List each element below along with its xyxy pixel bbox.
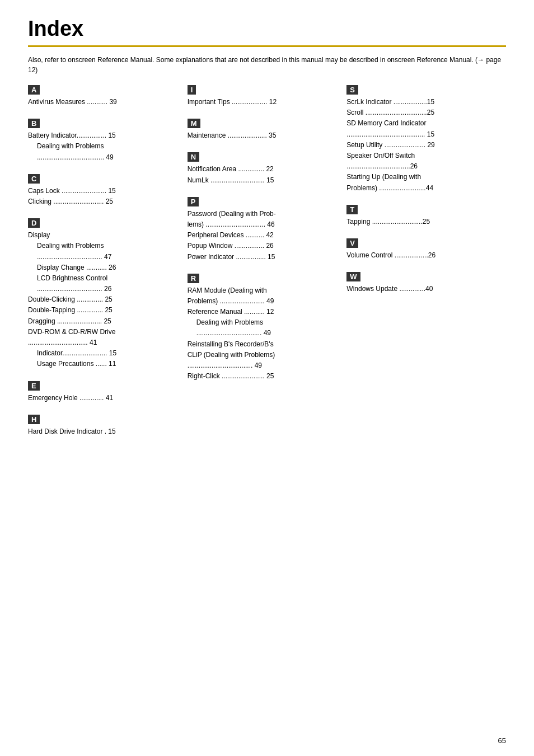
section-letter-i: I <box>188 85 196 95</box>
index-entry: Indicator........................ 15 <box>28 348 182 359</box>
section-c: CCaps Lock ........................ 15Cl… <box>28 168 182 207</box>
index-entry: Caps Lock ........................ 15 <box>28 186 182 196</box>
column-1: AAntivirus Measures ........... 39BBatte… <box>28 85 188 443</box>
section-letter-r: R <box>188 274 199 283</box>
section-b: BBattery Indicator................ 15Dea… <box>28 113 182 163</box>
section-letter-h: H <box>28 415 40 424</box>
index-entry: ................................... 26 <box>28 284 182 294</box>
section-letter-a: A <box>28 85 40 95</box>
index-entry: Usage Precautions ...... 11 <box>28 359 182 369</box>
index-entry: Display Change ........... 26 <box>28 262 182 273</box>
index-entry: Reinstalling B's Recorder/B's <box>188 339 341 350</box>
section-letter-p: P <box>188 197 199 206</box>
index-entry: Starting Up (Dealing with <box>346 172 500 182</box>
index-entry: DVD-ROM & CD-R/RW Drive <box>28 327 182 337</box>
section-letter-e: E <box>28 381 40 391</box>
section-letter-s: S <box>346 85 358 95</box>
index-entry: Tapping ...........................25 <box>346 217 500 227</box>
index-entry: Notification Area .............. 22 <box>188 164 341 175</box>
index-entry: lems) ................................ 4… <box>188 219 341 230</box>
index-entry: Dealing with Problems <box>28 241 182 251</box>
index-entry: ................................... 49 <box>188 328 341 339</box>
section-letter-v: V <box>346 238 358 248</box>
index-entry: Clicking ........................... 25 <box>28 196 182 207</box>
index-entry: RAM Module (Dealing with <box>188 285 341 296</box>
section-d: DDisplayDealing with Problems...........… <box>28 213 182 369</box>
section-i: IImportant Tips ................... 12 <box>188 85 341 107</box>
index-entry: Problems) ........................ 49 <box>188 296 341 307</box>
section-letter-c: C <box>28 174 40 184</box>
page-footer: 65 <box>498 736 506 745</box>
section-letter-t: T <box>346 205 358 214</box>
index-entry: Important Tips ................... 12 <box>188 97 341 107</box>
index-entry: Dealing with Problems <box>188 317 341 328</box>
section-letter-d: D <box>28 218 40 228</box>
index-entry: ................................ 41 <box>28 337 182 348</box>
index-entry: ........................................… <box>346 129 500 140</box>
section-t: TTapping ...........................25 <box>346 199 500 227</box>
section-letter-n: N <box>188 152 199 162</box>
title-underline <box>28 45 506 47</box>
section-p: PPassword (Dealing with Prob-lems) .....… <box>188 191 341 262</box>
index-entry: Scroll .................................… <box>346 107 500 118</box>
index-entry: Problems) .........................44 <box>346 183 500 194</box>
column-3: SScrLk Indicator ..................15Scr… <box>346 85 506 443</box>
index-entry: Setup Utility ...................... 29 <box>346 140 500 151</box>
index-entry: Dealing with Problems <box>28 141 182 152</box>
index-columns: AAntivirus Measures ........... 39BBatte… <box>28 85 506 443</box>
index-entry: NumLk ............................. 15 <box>188 175 341 186</box>
column-2: IImportant Tips ................... 12MM… <box>188 85 347 443</box>
section-letter-b: B <box>28 119 40 128</box>
index-entry: Dragging ........................ 25 <box>28 316 182 327</box>
index-entry: .................................... 49 <box>28 152 182 163</box>
index-entry: ................................... 47 <box>28 252 182 262</box>
index-entry: LCD Brightness Control <box>28 273 182 284</box>
section-letter-m: M <box>188 119 200 128</box>
index-entry: Antivirus Measures ........... 39 <box>28 97 182 107</box>
index-entry: Display <box>28 230 182 241</box>
section-n: NNotification Area .............. 22NumL… <box>188 147 341 185</box>
index-entry: Popup Window ................ 26 <box>188 241 341 251</box>
section-a: AAntivirus Measures ........... 39 <box>28 85 182 107</box>
index-entry: CLiP (Dealing with Problems) <box>188 350 341 360</box>
section-m: MMaintenance ..................... 35 <box>188 113 341 141</box>
page-title: Index <box>28 17 506 41</box>
index-entry: ..................................26 <box>346 161 500 172</box>
section-h: HHard Disk Drive Indicator . 15 <box>28 409 182 437</box>
section-v: VVolume Control ..................26 <box>346 233 500 261</box>
index-entry: Speaker On/Off Switch <box>346 151 500 161</box>
index-entry: ................................... 49 <box>188 360 341 371</box>
index-entry: Password (Dealing with Prob- <box>188 209 341 219</box>
index-entry: Windows Update ..............40 <box>346 284 500 294</box>
index-entry: Emergency Hole ............. 41 <box>28 393 182 403</box>
index-entry: Battery Indicator................ 15 <box>28 130 182 141</box>
index-entry: SD Memory Card Indicator <box>346 118 500 129</box>
intro-text: Also, refer to onscreen Reference Manual… <box>28 55 506 75</box>
index-entry: Maintenance ..................... 35 <box>188 130 341 141</box>
section-letter-w: W <box>346 272 360 281</box>
section-s: SScrLk Indicator ..................15Scr… <box>346 85 500 194</box>
index-entry: Hard Disk Drive Indicator . 15 <box>28 426 182 437</box>
section-w: WWindows Update ..............40 <box>346 266 500 294</box>
index-entry: Double-Clicking .............. 25 <box>28 294 182 305</box>
index-entry: Reference Manual ........... 12 <box>188 307 341 317</box>
index-entry: ScrLk Indicator ..................15 <box>346 97 500 107</box>
index-entry: Volume Control ..................26 <box>346 250 500 261</box>
index-entry: Power Indicator ................ 15 <box>188 252 341 262</box>
section-e: EEmergency Hole ............. 41 <box>28 375 182 403</box>
index-entry: Right-Click ....................... 25 <box>188 371 341 382</box>
section-r: RRAM Module (Dealing withProblems) .....… <box>188 268 341 382</box>
index-entry: Double-Tapping .............. 25 <box>28 305 182 316</box>
page-container: Index Also, refer to onscreen Reference … <box>0 0 534 465</box>
index-entry: Peripheral Devices .......... 42 <box>188 230 341 241</box>
